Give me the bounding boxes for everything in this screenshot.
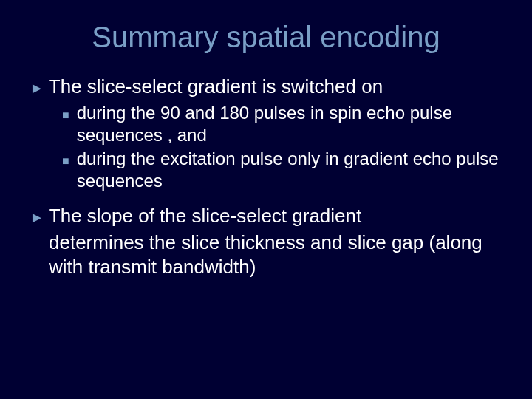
bullet-level2: ■ during the 90 and 180 pulses in spin e… [62,102,502,146]
bullet-text: during the excitation pulse only in grad… [77,148,502,192]
triangle-bullet-icon: ► [30,79,44,98]
triangle-bullet-icon: ► [30,208,44,227]
square-bullet-icon: ■ [62,108,69,123]
bullet-level1: ► The slice-select gradient is switched … [30,75,502,99]
spacer [30,194,502,204]
bullet-text: The slice-select gradient is switched on [49,75,383,99]
bullet-text: during the 90 and 180 pulses in spin ech… [77,102,502,146]
slide: Summary spatial encoding ► The slice-sel… [0,0,532,399]
bullet-text-continuation: determines the slice thickness and slice… [49,231,502,279]
bullet-text: The slope of the slice-select gradient [49,204,361,228]
slide-title: Summary spatial encoding [30,21,502,54]
square-bullet-icon: ■ [62,154,69,168]
bullet-level2: ■ during the excitation pulse only in gr… [62,148,502,192]
bullet-level1: ► The slope of the slice-select gradient [30,204,502,228]
